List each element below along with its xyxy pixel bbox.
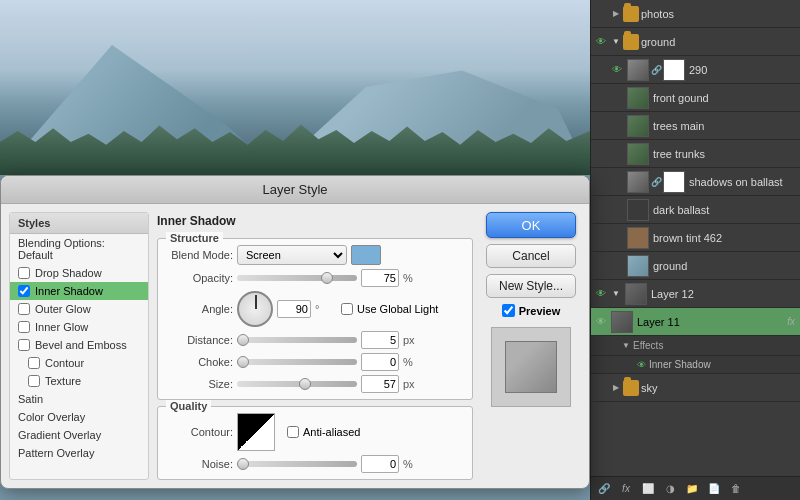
- style-item-contour[interactable]: Contour: [10, 354, 148, 372]
- toolbar-link-btn[interactable]: 🔗: [595, 480, 613, 498]
- toolbar-delete-btn[interactable]: 🗑: [727, 480, 745, 498]
- layer-row-shadows-ballast[interactable]: 🔗 shadows on ballast: [591, 168, 800, 196]
- use-global-light-checkbox[interactable]: [341, 303, 353, 315]
- blend-mode-select[interactable]: Screen Normal Multiply Overlay: [237, 245, 347, 265]
- layer-effects-row[interactable]: ▼ Effects: [591, 336, 800, 356]
- layer-row-layer11[interactable]: 👁 Layer 11 fx: [591, 308, 800, 336]
- toolbar-group-btn[interactable]: 📁: [683, 480, 701, 498]
- preview-area: [491, 327, 571, 407]
- layer-row-290[interactable]: 👁 🔗 290: [591, 56, 800, 84]
- ok-button[interactable]: OK: [486, 212, 576, 238]
- toolbar-new-btn[interactable]: 📄: [705, 480, 723, 498]
- toolbar-fx-btn[interactable]: fx: [617, 480, 635, 498]
- tri-icon-layer12[interactable]: ▼: [609, 287, 623, 301]
- style-item-drop-shadow[interactable]: Drop Shadow: [10, 264, 148, 282]
- tri-icon-photos[interactable]: ▶: [609, 7, 623, 21]
- eye-icon-ground-group[interactable]: 👁: [593, 34, 609, 50]
- noise-input[interactable]: [361, 455, 399, 473]
- size-slider-track[interactable]: [237, 381, 357, 387]
- layer-mask-shadows-ballast: [663, 171, 685, 193]
- texture-checkbox[interactable]: [28, 375, 40, 387]
- layer-row-trees-main[interactable]: trees main: [591, 112, 800, 140]
- layer-row-ground-layer[interactable]: ground: [591, 252, 800, 280]
- style-item-color-overlay[interactable]: Color Overlay: [10, 408, 148, 426]
- eye-icon-trees-main[interactable]: [609, 118, 625, 134]
- style-item-blending[interactable]: Blending Options: Default: [10, 234, 148, 264]
- size-slider-thumb[interactable]: [299, 378, 311, 390]
- layer-row-dark-ballast[interactable]: dark ballast: [591, 196, 800, 224]
- opacity-slider-thumb[interactable]: [321, 272, 333, 284]
- eye-icon-layer11[interactable]: 👁: [593, 314, 609, 330]
- tri-icon-effects[interactable]: ▼: [619, 339, 633, 353]
- eye-icon-front-ground[interactable]: [609, 90, 625, 106]
- drop-shadow-checkbox[interactable]: [18, 267, 30, 279]
- layer-name-dark-ballast: dark ballast: [651, 204, 798, 216]
- eye-icon-shadows-ballast[interactable]: [609, 174, 625, 190]
- distance-input[interactable]: [361, 331, 399, 349]
- eye-icon-290[interactable]: 👁: [609, 62, 625, 78]
- styles-panel: Styles Blending Options: Default Drop Sh…: [9, 212, 149, 480]
- quality-label: Quality: [166, 400, 211, 412]
- toolbar-mask-btn[interactable]: ⬜: [639, 480, 657, 498]
- blend-color-swatch[interactable]: [351, 245, 381, 265]
- tri-icon-sky[interactable]: ▶: [609, 381, 623, 395]
- choke-slider-track[interactable]: [237, 359, 357, 365]
- style-item-bevel-emboss[interactable]: Bevel and Emboss: [10, 336, 148, 354]
- tri-icon-ground-group[interactable]: ▼: [609, 35, 623, 49]
- size-input[interactable]: [361, 375, 399, 393]
- layer-mask-290: [663, 59, 685, 81]
- new-style-button[interactable]: New Style...: [486, 274, 576, 298]
- opacity-slider-track[interactable]: [237, 275, 357, 281]
- bevel-emboss-checkbox[interactable]: [18, 339, 30, 351]
- style-item-inner-shadow[interactable]: Inner Shadow: [10, 282, 148, 300]
- layer-row-front-ground[interactable]: front gound: [591, 84, 800, 112]
- opacity-input[interactable]: [361, 269, 399, 287]
- layer-row-photos[interactable]: ▶ photos: [591, 0, 800, 28]
- choke-slider-thumb[interactable]: [237, 356, 249, 368]
- preview-checkbox[interactable]: [502, 304, 515, 317]
- choke-input[interactable]: [361, 353, 399, 371]
- distance-slider-track[interactable]: [237, 337, 357, 343]
- inner-glow-checkbox[interactable]: [18, 321, 30, 333]
- layer-row-tree-trunks[interactable]: tree trunks: [591, 140, 800, 168]
- style-item-satin[interactable]: Satin: [10, 390, 148, 408]
- anti-aliased-checkbox[interactable]: [287, 426, 299, 438]
- style-item-pattern-overlay[interactable]: Pattern Overlay: [10, 444, 148, 462]
- layer-thumb-ground-layer: [627, 255, 649, 277]
- eye-icon-brown-tint[interactable]: [609, 230, 625, 246]
- eye-icon-ground-layer[interactable]: [609, 258, 625, 274]
- cancel-button[interactable]: Cancel: [486, 244, 576, 268]
- choke-label: Choke:: [168, 356, 233, 368]
- bevel-emboss-label: Bevel and Emboss: [35, 339, 127, 351]
- inner-shadow-checkbox[interactable]: [18, 285, 30, 297]
- angle-dial[interactable]: [237, 291, 273, 327]
- style-item-inner-glow[interactable]: Inner Glow: [10, 318, 148, 336]
- eye-icon-layer12[interactable]: 👁: [593, 286, 609, 302]
- eye-icon-dark-ballast[interactable]: [609, 202, 625, 218]
- angle-unit: °: [315, 303, 329, 315]
- layers-panel: ▶ photos 👁 ▼ ground 👁 🔗 290 front gound …: [590, 0, 800, 500]
- eye-icon-tree-trunks[interactable]: [609, 146, 625, 162]
- layer-effect-inner-shadow[interactable]: 👁 Inner Shadow: [591, 356, 800, 374]
- contour-checkbox[interactable]: [28, 357, 40, 369]
- toolbar-adjust-btn[interactable]: ◑: [661, 480, 679, 498]
- style-item-gradient-overlay[interactable]: Gradient Overlay: [10, 426, 148, 444]
- choke-row: Choke: %: [168, 353, 462, 371]
- eye-icon-sky[interactable]: [593, 380, 609, 396]
- anti-aliased-row: Anti-aliased: [287, 426, 360, 438]
- eye-icon-photos[interactable]: [593, 6, 609, 22]
- noise-slider-track[interactable]: [237, 461, 357, 467]
- layer-row-layer12[interactable]: 👁 ▼ Layer 12: [591, 280, 800, 308]
- fx-badge-layer11: fx: [787, 316, 795, 327]
- layer-row-sky[interactable]: ▶ sky: [591, 374, 800, 402]
- layer-row-ground-group[interactable]: 👁 ▼ ground: [591, 28, 800, 56]
- distance-slider-thumb[interactable]: [237, 334, 249, 346]
- outer-glow-checkbox[interactable]: [18, 303, 30, 315]
- angle-input[interactable]: [277, 300, 311, 318]
- style-item-outer-glow[interactable]: Outer Glow: [10, 300, 148, 318]
- contour-preview[interactable]: [237, 413, 275, 451]
- eye-icon-inner-shadow-effect[interactable]: 👁: [633, 357, 649, 373]
- noise-slider-thumb[interactable]: [237, 458, 249, 470]
- style-item-texture[interactable]: Texture: [10, 372, 148, 390]
- layer-row-brown-tint[interactable]: brown tint 462: [591, 224, 800, 252]
